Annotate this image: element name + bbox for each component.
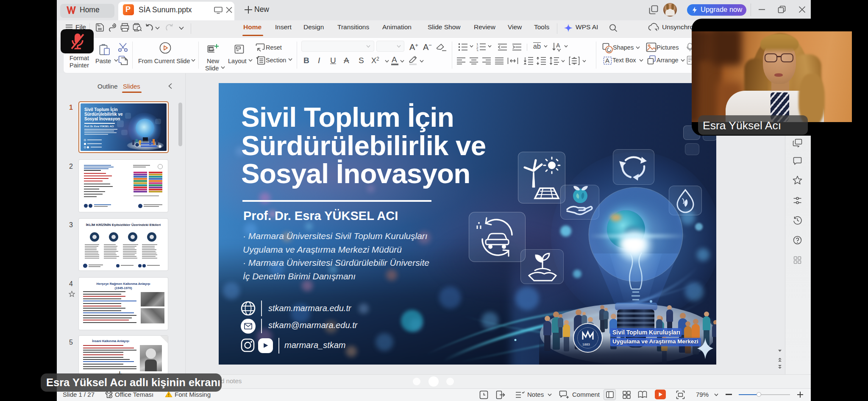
- svg-text:3: 3: [476, 49, 479, 51]
- svg-text:A: A: [605, 57, 609, 64]
- svg-text:A: A: [556, 42, 560, 49]
